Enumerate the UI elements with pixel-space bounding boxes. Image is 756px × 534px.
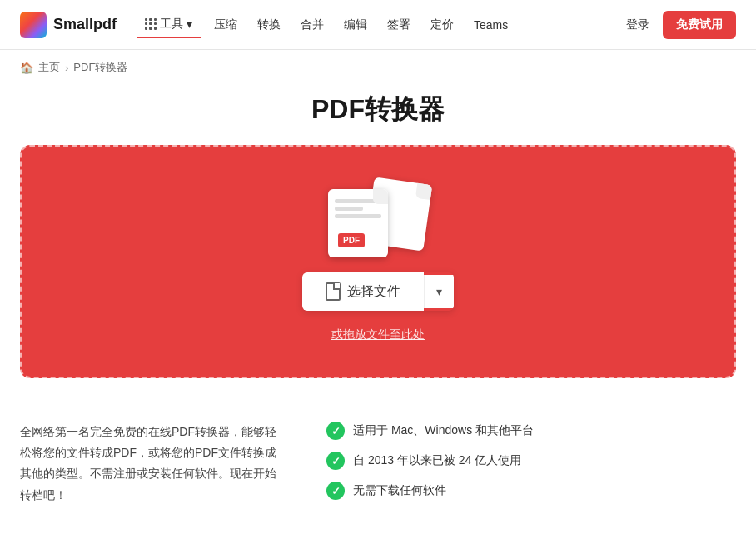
file-icon — [326, 282, 341, 301]
feature-label-2: 无需下载任何软件 — [353, 483, 446, 498]
feature-item-2: ✓ 无需下载任何软件 — [326, 482, 534, 500]
nav-link-edit[interactable]: 编辑 — [334, 12, 377, 37]
feature-label-1: 自 2013 年以来已被 24 亿人使用 — [353, 453, 521, 468]
breadcrumb: 🏠 主页 › PDF转换器 — [0, 50, 756, 85]
nav-link-convert[interactable]: 转换 — [247, 12, 291, 37]
login-button[interactable]: 登录 — [613, 12, 663, 37]
dropdown-chevron-icon: ▾ — [436, 285, 442, 298]
drop-zone[interactable]: PDF 选择文件 ▾ 或拖放文件至此处 — [20, 145, 736, 378]
pdf-line-3 — [335, 214, 381, 218]
logo[interactable]: Smallpdf — [20, 12, 117, 38]
choose-file-label: 选择文件 — [347, 283, 400, 301]
file-dropdown-button[interactable]: ▾ — [424, 275, 454, 308]
pdf-lines — [328, 192, 388, 218]
logo-text: Smallpdf — [53, 16, 117, 33]
choose-file-button[interactable]: 选择文件 — [302, 272, 424, 311]
breadcrumb-current: PDF转换器 — [73, 60, 127, 75]
home-icon: 🏠 — [20, 62, 33, 74]
nav-link-sign[interactable]: 签署 — [377, 12, 420, 37]
pdf-illustration: PDF — [328, 181, 428, 256]
nav-link-teams[interactable]: Teams — [464, 13, 518, 37]
pdf-line-2 — [335, 207, 363, 211]
feature-label-0: 适用于 Mac、Windows 和其他平台 — [353, 423, 534, 438]
logo-icon — [20, 12, 47, 38]
feature-item-1: ✓ 自 2013 年以来已被 24 亿人使用 — [326, 452, 534, 470]
tools-menu-button[interactable]: 工具 ▾ — [137, 12, 201, 38]
pdf-badge: PDF — [338, 233, 365, 247]
navbar: Smallpdf 工具 ▾ 压缩 转换 合并 编辑 签署 定价 Teams 登录… — [0, 0, 756, 50]
pdf-line-1 — [335, 199, 381, 203]
check-icon-0: ✓ — [326, 422, 345, 440]
info-features: ✓ 适用于 Mac、Windows 和其他平台 ✓ 自 2013 年以来已被 2… — [326, 422, 534, 500]
nav-link-compress[interactable]: 压缩 — [204, 12, 247, 37]
check-icon-1: ✓ — [326, 452, 345, 470]
grid-icon — [145, 18, 157, 30]
info-section: 全网络第一名完全免费的在线PDF转换器，能够轻松将您的文件转成PDF，或将您的P… — [0, 398, 756, 526]
breadcrumb-home[interactable]: 主页 — [38, 60, 60, 75]
trial-button[interactable]: 免费试用 — [663, 11, 736, 39]
check-icon-2: ✓ — [326, 482, 345, 500]
chevron-down-icon: ▾ — [187, 17, 192, 31]
feature-item-0: ✓ 适用于 Mac、Windows 和其他平台 — [326, 422, 534, 440]
tools-label: 工具 — [160, 17, 183, 32]
info-description: 全网络第一名完全免费的在线PDF转换器，能够轻松将您的文件转成PDF，或将您的P… — [20, 422, 286, 506]
nav-link-merge[interactable]: 合并 — [291, 12, 334, 37]
breadcrumb-separator: › — [65, 62, 68, 74]
nav-link-pricing[interactable]: 定价 — [420, 12, 464, 37]
drop-hint: 或拖放文件至此处 — [331, 327, 425, 342]
page-title: PDF转换器 — [0, 92, 756, 128]
pdf-doc-main: PDF — [328, 189, 388, 257]
file-button-group: 选择文件 ▾ — [302, 272, 454, 311]
drop-zone-wrapper: PDF 选择文件 ▾ 或拖放文件至此处 — [0, 145, 756, 398]
